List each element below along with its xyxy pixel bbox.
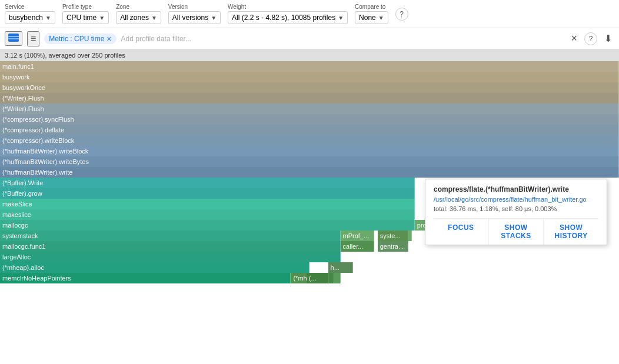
flame-tooltip: compress/flate.(*huffmanBitWriter).write… <box>425 179 607 245</box>
flame-block[interactable]: memclrNoHeapPointers <box>0 273 291 283</box>
weight-arrow-icon: ▼ <box>338 15 344 21</box>
flame-block[interactable]: mProf_... <box>341 231 375 241</box>
flame-block[interactable]: (*huffmanBitWriter).write <box>0 167 619 178</box>
tooltip-title: compress/flate.(*huffmanBitWriter).write <box>434 185 598 193</box>
flame-block[interactable]: syste... <box>378 231 409 241</box>
version-label: Version <box>168 4 221 10</box>
svg-rect-0 <box>8 34 19 42</box>
download-button[interactable]: ⬇ <box>602 32 614 45</box>
flame-block[interactable]: (*Writer).Flush <box>0 93 619 103</box>
flame-row: busywork <box>0 72 619 82</box>
view-toggle-button[interactable] <box>5 31 22 46</box>
flame-row: main.func1 <box>0 61 619 72</box>
flame-row: (*compressor).deflate <box>0 125 619 135</box>
profile-type-label: Profile type <box>62 4 109 10</box>
flame-block[interactable]: (*huffmanBitWriter).writeBytes <box>0 156 619 167</box>
chip-close-button[interactable]: × <box>107 35 111 43</box>
flame-block[interactable]: busyworkOnce <box>0 82 619 93</box>
zone-group: Zone All zones ▼ <box>116 4 161 24</box>
flame-block[interactable]: (*mheap).alloc <box>0 262 310 273</box>
filter-placeholder: Add profile data filter... <box>121 35 191 43</box>
flame-block[interactable]: (*compressor).deflate <box>0 125 619 135</box>
flame-block[interactable]: mallocgc <box>0 220 415 231</box>
grid-icon <box>8 34 19 42</box>
filter-bar: ≡ Metric : CPU time × Add profile data f… <box>0 28 619 49</box>
top-toolbar: Service busybench ▼ Profile type CPU tim… <box>0 0 619 28</box>
metric-chip[interactable]: Metric : CPU time × <box>44 34 116 44</box>
flame-block[interactable]: h... <box>328 262 353 273</box>
flame-block[interactable]: gentra... <box>378 241 409 252</box>
flame-block[interactable]: (*compressor).writeBlock <box>0 135 619 146</box>
zone-arrow-icon: ▼ <box>151 15 157 21</box>
flame-block[interactable]: mallocgc.func1 <box>0 241 341 252</box>
flame-block[interactable]: (*Writer).Flush <box>0 103 619 114</box>
show-history-action[interactable]: SHOW HISTORY <box>544 219 598 245</box>
service-label: Service <box>5 4 55 10</box>
flame-rows: main.func1busyworkbusyworkOnce(*Writer).… <box>0 61 619 283</box>
focus-action[interactable]: FOCUS <box>434 219 489 245</box>
topbar-help-button[interactable]: ? <box>395 8 408 21</box>
weight-group: Weight All (2.2 s - 4.82 s), 10085 profi… <box>228 4 348 24</box>
filter-bar-actions: × ? ⬇ <box>568 31 614 46</box>
flame-block[interactable]: systemstack <box>0 231 341 241</box>
compare-label: Compare to <box>355 4 388 10</box>
flame-row: (*Writer).Flush <box>0 93 619 103</box>
flame-row: memclrNoHeapPointers(*mheap)....(*mhe...… <box>0 273 619 283</box>
summary-text: 3.12 s (100%), averaged over 250 profile… <box>5 52 125 59</box>
compare-group: Compare to None ▼ <box>355 4 388 24</box>
flame-block[interactable]: main.func1 <box>0 61 619 72</box>
flame-row: (*mheap).alloch... <box>0 262 619 273</box>
flame-row: largeAlloc <box>0 252 619 262</box>
tooltip-stats: total: 36.76 ms, 1.18%, self: 80 μs, 0.0… <box>434 205 598 212</box>
zone-dropdown[interactable]: All zones ▼ <box>116 11 161 24</box>
service-dropdown[interactable]: busybench ▼ <box>5 11 55 24</box>
flame-row: busyworkOnce <box>0 82 619 93</box>
flame-block[interactable]: (*Buffer).Write <box>0 178 415 188</box>
flame-block[interactable]: largeAlloc <box>0 252 341 262</box>
summary-bar: 3.12 s (100%), averaged over 250 profile… <box>0 49 619 61</box>
flame-row: (*huffmanBitWriter).write <box>0 167 619 178</box>
tooltip-path: /usr/local/go/src/compress/flate/huffman… <box>434 196 598 203</box>
service-group: Service busybench ▼ <box>5 4 55 24</box>
filter-help-button[interactable]: ? <box>584 32 597 45</box>
flame-block[interactable]: (*Buffer).grow <box>0 188 415 199</box>
zone-label: Zone <box>116 4 161 10</box>
flame-block[interactable]: busywork <box>0 72 619 82</box>
tooltip-actions: FOCUS SHOW STACKS SHOW HISTORY <box>434 218 598 245</box>
flame-block[interactable]: makeslice <box>0 209 415 220</box>
profile-type-group: Profile type CPU time ▼ <box>62 4 109 24</box>
flame-block[interactable]: caller... <box>341 241 375 252</box>
flame-row: (*huffmanBitWriter).writeBytes <box>0 156 619 167</box>
flame-block[interactable]: makeSlice <box>0 199 415 209</box>
compare-dropdown[interactable]: None ▼ <box>355 11 388 24</box>
weight-label: Weight <box>228 4 348 10</box>
profile-type-arrow-icon: ▼ <box>99 15 105 21</box>
flame-row: (*compressor).syncFlush <box>0 114 619 125</box>
compare-arrow-icon: ▼ <box>378 15 384 21</box>
filter-button[interactable]: ≡ <box>27 31 39 46</box>
profile-type-dropdown[interactable]: CPU time ▼ <box>62 11 109 24</box>
flame-graph-area: 3.12 s (100%), averaged over 250 profile… <box>0 49 619 364</box>
flame-row: (*Writer).Flush <box>0 103 619 114</box>
close-filter-button[interactable]: × <box>568 31 580 46</box>
flame-block[interactable]: (*compressor).syncFlush <box>0 114 619 125</box>
flame-block[interactable]: (... <box>307 273 328 283</box>
flame-block[interactable]: (*huffmanBitWriter).writeBlock <box>0 146 619 156</box>
service-arrow-icon: ▼ <box>45 15 51 21</box>
show-stacks-action[interactable]: SHOW STACKS <box>489 219 544 245</box>
version-group: Version All versions ▼ <box>168 4 221 24</box>
version-arrow-icon: ▼ <box>211 15 217 21</box>
flame-row: (*huffmanBitWriter).writeBlock <box>0 146 619 156</box>
metric-chip-label: Metric : CPU time <box>49 35 104 43</box>
weight-dropdown[interactable]: All (2.2 s - 4.82 s), 10085 profiles ▼ <box>228 11 348 24</box>
version-dropdown[interactable]: All versions ▼ <box>168 11 221 24</box>
flame-row: (*compressor).writeBlock <box>0 135 619 146</box>
